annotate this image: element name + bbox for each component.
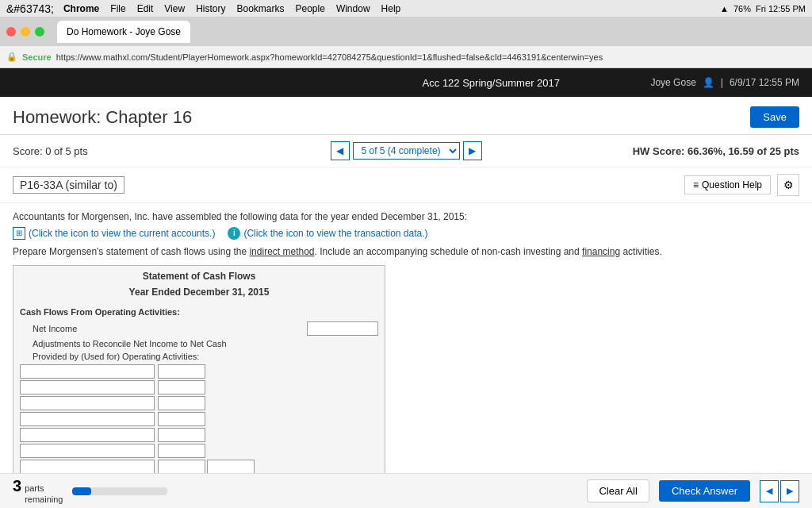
adj-desc-input-3[interactable] [20,396,155,410]
settings-button[interactable]: ⚙ [777,174,799,196]
parts-info: 3 partsremaining [13,477,63,504]
footer-nav: ◀ ▶ [760,480,799,502]
menu-right: ▲ 76% Fri 12:55 PM [720,4,806,13]
adjustments-rows [13,363,385,477]
provided-label-row: Provided by (Used for) Operating Activit… [13,350,385,363]
progress-fill [72,487,91,495]
secure-label: Secure [22,52,52,62]
grid-icon: ⊞ [13,227,25,240]
table-row [20,412,378,426]
question-help-button[interactable]: ≡ Question Help [684,175,771,194]
minimize-button[interactable] [21,27,30,37]
parts-label: partsremaining [25,483,63,504]
adj-amt-input-5[interactable] [158,428,205,442]
problem-instruction: Prepare Morgensen's statement of cash fl… [13,246,799,257]
operating-section-label: Cash Flows From Operating Activities: [13,304,385,320]
question-id: P16-33A (similar to) [13,176,124,194]
adj-amt-input-1[interactable] [158,364,205,379]
clear-all-button[interactable]: Clear All [587,479,649,502]
maximize-button[interactable] [35,27,44,37]
footer-bar: 3 partsremaining Clear All Check Answer … [0,473,812,508]
statement-year: Year Ended December 31, 2015 [13,287,385,304]
info-icon: i [228,227,240,240]
adj-desc-input-5[interactable] [20,428,155,442]
adj-desc-input-4[interactable] [20,412,155,426]
hw-score: HW Score: 66.36%, 16.59 of 25 pts [482,145,800,157]
page-title: Homework: Chapter 16 [13,107,192,128]
wifi-icon: ▲ [720,4,729,13]
menu-file[interactable]: File [110,3,125,14]
save-button[interactable]: Save [750,106,799,128]
transaction-data-link[interactable]: i (Click the icon to view the transactio… [228,227,427,240]
table-row [20,396,378,410]
user-info: Joye Gose 👤 | 6/9/17 12:55 PM [650,77,799,88]
menu-window[interactable]: Window [336,3,370,14]
battery-icon: 76% [733,4,751,13]
username: Joye Gose [650,77,695,88]
check-answer-button[interactable]: Check Answer [659,480,750,502]
chrome-tab-bar: Do Homework - Joye Gose [0,17,812,46]
table-row [20,380,378,394]
apple-menu[interactable]: &#63743; [6,2,54,15]
traffic-lights [6,27,44,37]
menu-edit[interactable]: Edit [137,3,154,14]
menu-items: Chrome File Edit View History Bookmarks … [63,3,720,14]
question-header: P16-33A (similar to) ≡ Question Help ⚙ [0,167,812,203]
url-display[interactable]: https://www.mathxl.com/Student/PlayerHom… [56,52,603,62]
adj-desc-input-7[interactable] [20,460,155,474]
statement-table: Statement of Cash Flows Year Ended Decem… [13,265,385,498]
net-income-row: Net Income [13,320,385,337]
table-row [20,428,378,442]
footer-next-button[interactable]: ▶ [780,480,799,502]
lock-icon: 🔒 [6,52,17,62]
adj-desc-input-2[interactable] [20,380,155,394]
adj-amt-input-3[interactable] [158,396,205,410]
parts-count: 3 [13,477,21,495]
session-date: 6/9/17 12:55 PM [730,77,799,88]
table-row [20,444,378,458]
question-selector[interactable]: 5 of 5 (4 complete) [353,142,460,160]
question-actions: ≡ Question Help ⚙ [684,174,799,196]
course-title: Acc 122 Spring/Summer 2017 [331,77,650,89]
progress-bar [72,487,167,495]
divider: | [721,77,723,88]
adj-desc-input-6[interactable] [20,444,155,458]
current-accounts-link[interactable]: ⊞ (Click the icon to view the current ac… [13,227,215,240]
address-bar: 🔒 Secure https://www.mathxl.com/Student/… [0,46,812,68]
problem-links: ⊞ (Click the icon to view the current ac… [13,227,799,240]
user-icon: 👤 [703,77,714,88]
adj-amt-input-7b[interactable] [207,460,255,474]
menu-bookmarks[interactable]: Bookmarks [236,3,284,14]
table-row [20,364,378,379]
adj-amt-input-2[interactable] [158,380,205,394]
menu-view[interactable]: View [164,3,185,14]
active-tab[interactable]: Do Homework - Joye Gose [57,21,190,43]
main-header: Homework: Chapter 16 Save [0,97,812,135]
clock: Fri 12:55 PM [756,4,806,13]
adj-amt-input-7a[interactable] [158,460,205,474]
menu-help[interactable]: Help [381,3,401,14]
adj-amt-input-4[interactable] [158,412,205,426]
score-row: Score: 0 of 5 pts ◀ 5 of 5 (4 complete) … [0,135,812,167]
close-button[interactable] [6,27,16,37]
list-icon: ≡ [693,179,699,190]
statement-title: Statement of Cash Flows [13,266,385,287]
adjustments-label-row: Adjustments to Reconcile Net Income to N… [13,337,385,350]
menu-people[interactable]: People [296,3,325,14]
menu-history[interactable]: History [196,3,225,14]
next-question-button[interactable]: ▶ [463,141,482,160]
menu-bar: &#63743; Chrome File Edit View History B… [0,0,812,17]
question-nav: ◀ 5 of 5 (4 complete) ▶ [331,141,482,160]
score-label: Score: 0 of 5 pts [13,145,331,157]
footer-prev-button[interactable]: ◀ [760,480,779,502]
adj-desc-input-1[interactable] [20,364,155,379]
net-income-input[interactable] [307,321,378,336]
adj-amt-input-6[interactable] [158,444,205,458]
problem-intro: Accountants for Morgensen, Inc. have ass… [13,211,799,222]
menu-chrome[interactable]: Chrome [63,3,99,14]
table-row [20,460,378,474]
course-bar: Acc 122 Spring/Summer 2017 Joye Gose 👤 |… [0,68,812,97]
problem-content: Accountants for Morgensen, Inc. have ass… [0,203,812,508]
prev-question-button[interactable]: ◀ [331,141,350,160]
